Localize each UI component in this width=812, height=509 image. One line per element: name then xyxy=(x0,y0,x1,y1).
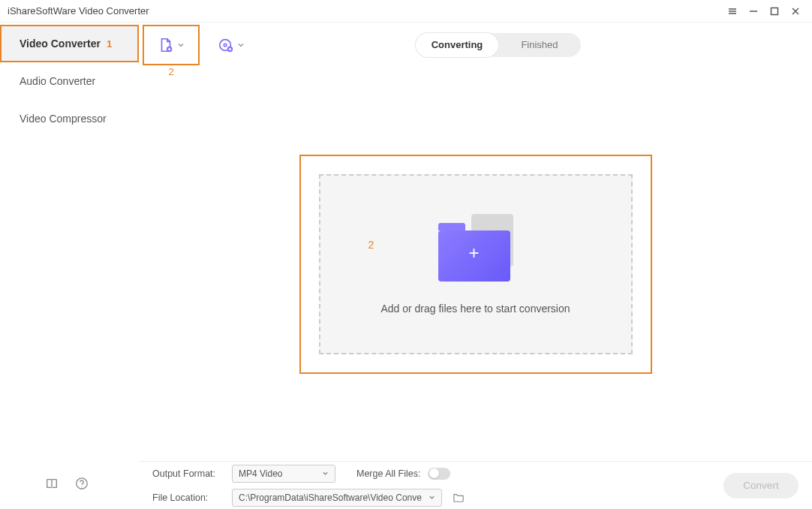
maximize-button[interactable] xyxy=(764,1,785,22)
sidebar-footer xyxy=(0,477,139,509)
output-format-label: Output Format: xyxy=(152,468,224,479)
merge-all-label: Merge All Files: xyxy=(356,468,420,479)
top-toolbar: 2 Converting Finished xyxy=(139,23,812,68)
file-location-value: C:\ProgramData\iShareSoftware\Video Conv… xyxy=(239,492,424,503)
svg-rect-4 xyxy=(771,8,778,14)
annotation-2: 2 xyxy=(368,239,374,251)
add-disc-icon xyxy=(218,37,234,53)
sidebar-item-audio-converter[interactable]: Audio Converter xyxy=(0,62,139,100)
chevron-down-icon xyxy=(429,494,435,501)
tab-finished[interactable]: Finished xyxy=(498,33,581,57)
bottom-bar: Output Format: MP4 Video Merge All Files… xyxy=(139,461,812,509)
drop-text: Add or drag files here to start conversi… xyxy=(380,303,570,315)
svg-point-8 xyxy=(81,486,82,487)
sidebar: Video Converter 1 Audio Converter Video … xyxy=(0,23,139,509)
main-panel: 2 Converting Finished xyxy=(139,23,812,509)
chevron-down-icon xyxy=(177,41,185,49)
merge-all-toggle[interactable] xyxy=(428,468,450,480)
toggle-knob xyxy=(429,468,439,478)
output-format-value: MP4 Video xyxy=(239,468,317,479)
add-disc-button[interactable] xyxy=(212,32,251,58)
tab-converting[interactable]: Converting xyxy=(416,33,498,57)
manual-icon[interactable] xyxy=(45,477,59,492)
chevron-down-icon xyxy=(237,41,245,49)
add-folder-icon: + xyxy=(438,214,513,282)
minimize-button[interactable] xyxy=(743,1,764,22)
drop-zone[interactable]: + Add or drag files here to start conver… xyxy=(319,174,633,354)
svg-point-7 xyxy=(77,478,87,489)
content-area: + Add or drag files here to start conver… xyxy=(139,68,812,461)
close-button[interactable] xyxy=(785,1,806,22)
annotation-1: 1 xyxy=(107,38,112,50)
sidebar-item-label: Audio Converter xyxy=(20,75,95,87)
sidebar-item-label: Video Compressor xyxy=(20,113,107,125)
file-location-select[interactable]: C:\ProgramData\iShareSoftware\Video Conv… xyxy=(232,489,442,507)
sidebar-item-video-converter[interactable]: Video Converter 1 xyxy=(0,25,139,62)
convert-button[interactable]: Convert xyxy=(723,473,798,498)
hamburger-icon[interactable] xyxy=(722,1,743,22)
open-folder-icon[interactable] xyxy=(453,492,465,503)
titlebar: iShareSoftWare Video Converter xyxy=(0,0,812,23)
svg-point-13 xyxy=(224,44,227,47)
status-tabs: Converting Finished xyxy=(416,33,581,57)
add-file-icon xyxy=(158,37,174,53)
help-icon[interactable] xyxy=(75,477,89,492)
drop-frame: + Add or drag files here to start conver… xyxy=(299,155,652,374)
window-title: iShareSoftWare Video Converter xyxy=(6,5,722,17)
chevron-down-icon xyxy=(322,470,329,477)
file-location-label: File Location: xyxy=(152,492,224,503)
sidebar-item-video-compressor[interactable]: Video Compressor xyxy=(0,100,139,137)
output-format-select[interactable]: MP4 Video xyxy=(232,465,335,483)
add-file-button[interactable]: 2 xyxy=(143,25,200,65)
sidebar-item-label: Video Converter xyxy=(20,38,101,50)
